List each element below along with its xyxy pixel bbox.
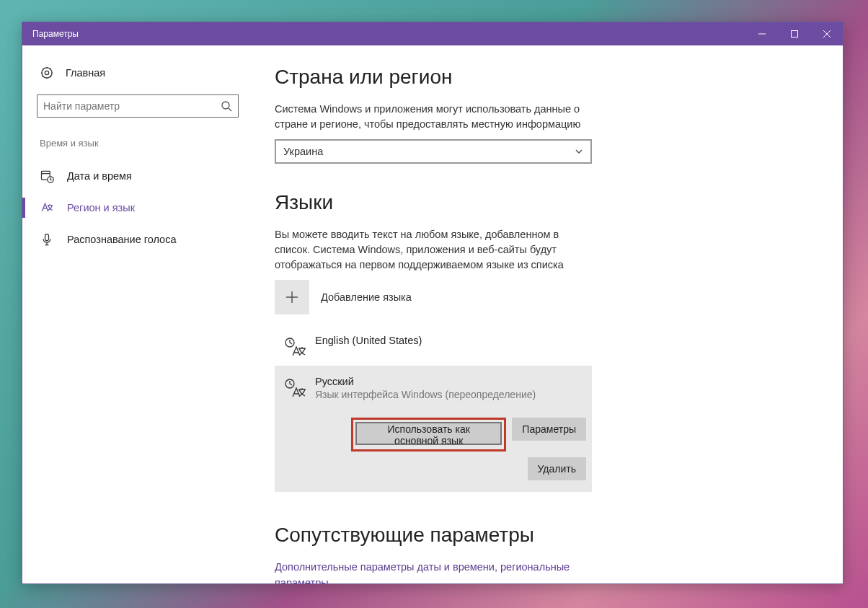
titlebar: Параметры (22, 22, 843, 45)
chevron-down-icon (575, 147, 583, 156)
calendar-clock-icon (40, 169, 54, 183)
svg-rect-11 (45, 234, 49, 241)
region-dropdown[interactable]: Украина (275, 139, 592, 164)
svg-line-7 (229, 108, 231, 111)
settings-window: Параметры Главная (22, 22, 843, 584)
languages-list: Добавление языка English (United States) (275, 280, 592, 492)
language-actions: Использовать как основной язык Параметры… (315, 418, 586, 480)
search-box[interactable] (37, 94, 239, 118)
svg-point-5 (42, 68, 52, 78)
svg-point-6 (222, 102, 229, 109)
languages-heading: Языки (275, 191, 814, 214)
search-icon (221, 100, 232, 112)
svg-rect-1 (791, 31, 797, 38)
language-options-button[interactable]: Параметры (512, 418, 586, 441)
language-item-russian[interactable]: Русский Язык интерфейса Windows (переопр… (275, 366, 592, 492)
sidebar-item-label: Распознавание голоса (67, 234, 177, 245)
sidebar-item-region-language[interactable]: Регион и язык (22, 192, 253, 224)
plus-icon (275, 280, 309, 314)
language-subtitle: Язык интерфейса Windows (переопределение… (315, 389, 586, 400)
region-heading: Страна или регион (275, 66, 814, 89)
sidebar: Главная Время и язык Дата и время (22, 45, 253, 583)
language-glyph-icon (280, 335, 309, 358)
language-icon (40, 201, 54, 215)
window-title: Параметры (22, 29, 745, 39)
home-label: Главная (66, 67, 105, 79)
search-input[interactable] (43, 100, 221, 112)
sidebar-item-speech[interactable]: Распознавание голоса (22, 224, 253, 255)
add-language-button[interactable]: Добавление языка (275, 280, 592, 314)
sidebar-item-label: Регион и язык (67, 202, 135, 213)
remove-language-button[interactable]: Удалить (528, 457, 586, 480)
related-heading: Сопутствующие параметры (275, 524, 814, 547)
home-button[interactable]: Главная (22, 63, 253, 94)
svg-point-4 (45, 71, 48, 74)
languages-description: Вы можете вводить текст на любом языке, … (275, 227, 592, 273)
region-description: Система Windows и приложения могут испол… (275, 102, 592, 132)
language-name: Русский (315, 376, 586, 387)
gear-icon (40, 66, 54, 80)
main-content: Страна или регион Система Windows и прил… (253, 45, 843, 583)
region-dropdown-value: Украина (283, 146, 575, 157)
sidebar-item-label: Дата и время (67, 170, 132, 182)
related-link[interactable]: Дополнительные параметры даты и времени,… (275, 560, 585, 583)
window-controls (745, 22, 843, 45)
sidebar-section-label: Время и язык (22, 118, 253, 160)
set-default-button[interactable]: Использовать как основной язык (355, 422, 502, 445)
sidebar-item-date-time[interactable]: Дата и время (22, 160, 253, 192)
microphone-icon (40, 232, 54, 247)
language-glyph-icon (280, 376, 309, 400)
window-body: Главная Время и язык Дата и время (22, 45, 843, 583)
language-name: English (United States) (315, 335, 586, 346)
maximize-button[interactable] (778, 22, 810, 45)
add-language-label: Добавление языка (321, 291, 412, 303)
language-item-english[interactable]: English (United States) (275, 327, 592, 366)
minimize-button[interactable] (745, 22, 778, 45)
close-button[interactable] (810, 22, 843, 45)
highlight-annotation: Использовать как основной язык (351, 418, 506, 451)
